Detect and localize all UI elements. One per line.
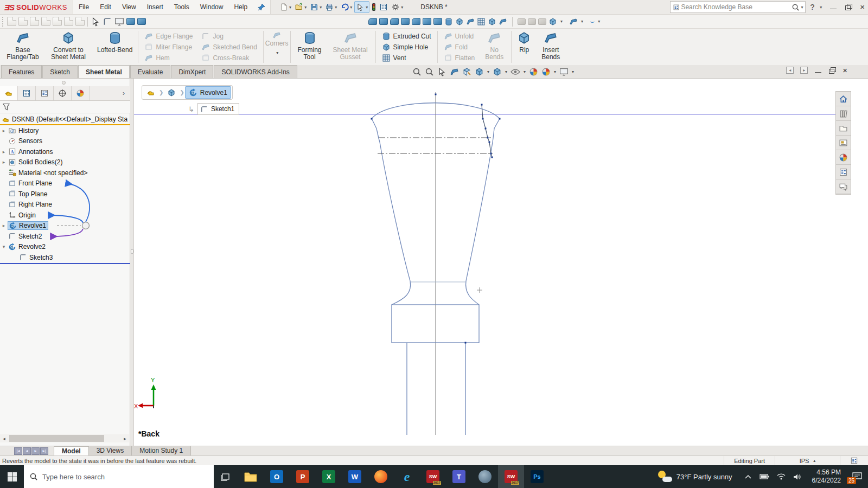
simple-hole-button[interactable]: Simple Hole — [380, 42, 433, 52]
tree-item-revolve2[interactable]: ▾ Revolve2 — [0, 242, 130, 253]
panel-expand-arrow[interactable]: › — [117, 86, 130, 100]
copy-settings-icon[interactable] — [126, 18, 135, 25]
curve-quick-icon[interactable]: ⌣ — [590, 17, 595, 26]
speaker-icon[interactable] — [793, 473, 801, 480]
taskbar-powerpoint[interactable]: P — [290, 465, 316, 488]
menu-window[interactable]: Window — [195, 0, 229, 14]
tab-sheet-metal[interactable]: Sheet Metal — [78, 65, 130, 78]
tab-dimxpert[interactable]: DimXpert — [171, 65, 213, 78]
tree-item-sensors[interactable]: Sensors — [0, 136, 130, 147]
collapse-arrow-icon[interactable]: ▾ — [0, 244, 8, 249]
taskbar-excel[interactable]: X — [316, 465, 342, 488]
expand-arrow-icon[interactable]: ▸ — [0, 128, 8, 133]
sm-quick-2-icon[interactable] — [379, 18, 388, 25]
undo-button[interactable]: ▾ — [339, 1, 353, 13]
sm-quick-8-icon[interactable] — [444, 17, 453, 26]
zoom-selection-icon[interactable] — [437, 67, 446, 76]
view-orientation-3-icon[interactable] — [30, 17, 39, 26]
copy-scheme-icon[interactable] — [137, 18, 146, 25]
design-library-tab[interactable] — [836, 106, 851, 121]
search-icon[interactable] — [792, 3, 800, 11]
taskbar-solidworks[interactable]: SW 2017 — [420, 465, 446, 488]
tree-item-sketch3[interactable]: Sketch3 — [0, 252, 130, 263]
home-tab[interactable] — [836, 92, 851, 106]
featuremanager-tab[interactable] — [0, 86, 18, 100]
tab-features[interactable]: Features — [1, 65, 42, 78]
last-tab-button[interactable]: ▸| — [40, 447, 48, 455]
configurationmanager-tab[interactable] — [36, 86, 54, 100]
doc-restore-button[interactable] — [828, 67, 836, 74]
view-settings-icon[interactable] — [559, 68, 569, 76]
sm-quick-4-icon[interactable] — [401, 18, 410, 25]
close-button[interactable]: × — [860, 4, 865, 10]
tree-item-right-plane[interactable]: Right Plane — [0, 200, 130, 210]
tree-item-top-plane[interactable]: Top Plane — [0, 189, 130, 200]
next-pane-button[interactable]: ▸ — [800, 67, 808, 74]
rip-button[interactable]: Rip — [513, 29, 535, 65]
filter-icon[interactable] — [2, 102, 11, 111]
tab-model[interactable]: Model — [54, 446, 89, 455]
panel-splitter[interactable] — [130, 79, 134, 446]
sm-quick-7-icon[interactable] — [433, 18, 442, 25]
toolbar-grip[interactable] — [2, 17, 5, 27]
tree-item-history[interactable]: ▸ History — [0, 125, 130, 136]
forming-tool-button[interactable]: Forming Tool — [292, 29, 327, 65]
convert-to-sheet-metal-button[interactable]: Convert to Sheet Metal — [43, 29, 93, 65]
taskbar-clock[interactable]: 4:56 PM 6/24/2022 — [807, 468, 846, 485]
expand-arrow-icon[interactable]: ▸ — [0, 159, 8, 165]
select-arc-icon[interactable] — [91, 17, 100, 27]
menu-edit[interactable]: Edit — [94, 0, 117, 14]
report-list-icon[interactable] — [378, 1, 389, 13]
expand-arrow-icon[interactable]: ▸ — [0, 149, 8, 155]
apply-scene-icon[interactable] — [541, 67, 551, 76]
view-orientation-1-icon[interactable] — [7, 17, 16, 26]
rollback-bar[interactable] — [0, 263, 130, 264]
sm-quick-12-icon[interactable] — [488, 17, 496, 26]
units-selector[interactable]: IPS ▴ — [775, 456, 840, 465]
taskbar-outlook[interactable]: O — [264, 465, 290, 488]
panel-horizontal-scrollbar[interactable]: ◂ ▸ — [0, 434, 129, 442]
display-style-quick-icon[interactable] — [548, 17, 557, 26]
task-view-button[interactable] — [214, 465, 238, 488]
sm-quick-5-icon[interactable] — [412, 18, 420, 25]
tab-solidworks-add-ins[interactable]: SOLIDWORKS Add-Ins — [214, 65, 297, 78]
taskbar-internet-explorer[interactable]: e — [394, 465, 420, 488]
expand-arrow-icon[interactable]: ▸ — [0, 223, 8, 228]
file-explorer-tab[interactable] — [836, 121, 851, 136]
displaymanager-tab[interactable] — [72, 86, 90, 100]
minimize-button[interactable] — [829, 4, 837, 10]
tree-item-sketch2[interactable]: Sketch2 — [0, 231, 130, 242]
base-flange-button[interactable]: Base Flange/Tab — [2, 29, 43, 65]
search-options-caret[interactable]: ▾ — [801, 5, 803, 10]
tab-motion-study-1[interactable]: Motion Study 1 — [132, 446, 191, 455]
section-view-icon[interactable] — [462, 67, 471, 76]
tree-item-origin[interactable]: Origin — [0, 210, 130, 221]
tree-root-part[interactable]: DSKNB (Default<<Default>_Display Sta — [0, 114, 130, 125]
knowledge-base-search[interactable]: ▾ — [670, 1, 806, 13]
battery-icon[interactable] — [760, 473, 769, 480]
previous-pane-button[interactable]: ◂ — [786, 67, 794, 74]
select-tool-button[interactable]: ▾ — [354, 1, 369, 13]
scroll-left-arrow[interactable]: ◂ — [0, 436, 8, 441]
next-tab-button[interactable]: ▸ — [31, 447, 40, 455]
appearance-quick-icon[interactable] — [569, 17, 578, 26]
tab-sketch[interactable]: Sketch — [42, 65, 78, 78]
taskbar-word[interactable]: W — [342, 465, 368, 488]
view-orientation-4-icon[interactable] — [41, 17, 50, 26]
custom-properties-tab[interactable] — [836, 165, 851, 179]
start-button[interactable] — [0, 465, 24, 488]
taskbar-solidworks-active[interactable]: SW 2017 — [498, 465, 524, 488]
status-light-icon[interactable] — [371, 1, 377, 13]
prev-tab-button[interactable]: ◂ — [23, 447, 31, 455]
tree-item-annotations[interactable]: ▸ Annotations — [0, 146, 130, 157]
dimxpertmanager-tab[interactable] — [54, 86, 72, 100]
sm-quick-3-icon[interactable] — [390, 18, 399, 25]
scrollbar-thumb[interactable] — [9, 435, 104, 442]
tab-evaluate[interactable]: Evaluate — [130, 65, 171, 78]
scroll-right-arrow[interactable]: ▸ — [121, 436, 129, 441]
sm-quick-9-icon[interactable] — [455, 17, 464, 26]
restore-button[interactable] — [845, 4, 852, 10]
menu-insert[interactable]: Insert — [142, 0, 169, 14]
taskbar-globe-app[interactable] — [472, 465, 498, 488]
display-style-icon[interactable] — [493, 67, 502, 76]
